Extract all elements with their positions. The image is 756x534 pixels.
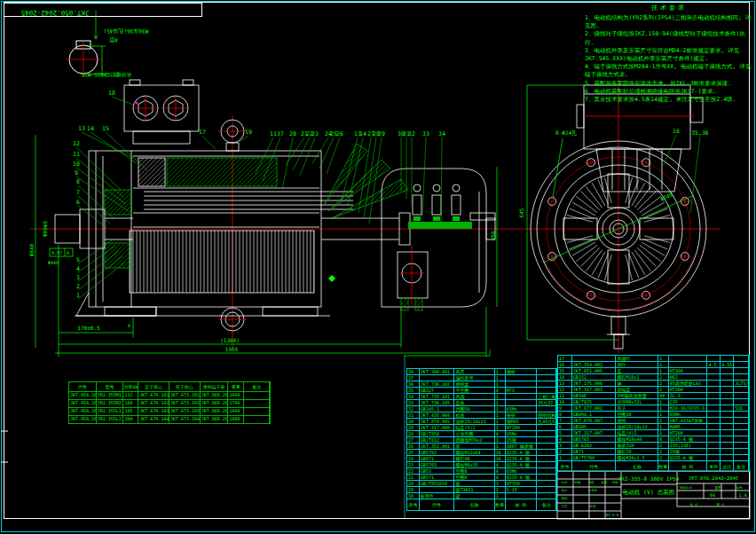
table-cell: 36	[407, 381, 420, 387]
callout-number: 26	[336, 130, 343, 137]
table-cell	[537, 369, 556, 374]
leader-line	[572, 202, 595, 216]
callout-number: 16	[673, 128, 680, 135]
table-cell: 27	[407, 437, 420, 443]
table-cell	[707, 405, 721, 411]
leader-line	[82, 132, 133, 158]
table-cell: M73	[506, 388, 538, 393]
table-cell: 7	[558, 418, 572, 423]
leader-line	[642, 242, 665, 255]
diamond-symbol	[328, 275, 335, 282]
leader-line	[643, 208, 668, 218]
table-row: 30JKT.970.005油杯25c14x131钢M45九45九5	[407, 419, 556, 425]
table-cell	[734, 412, 749, 417]
table-cell: 键73821	[454, 487, 494, 492]
dim-shaft-dia: Φ80m6	[42, 221, 48, 237]
table-cell: 4	[495, 462, 506, 467]
table-cell: GB5783	[420, 462, 455, 467]
table-row: 24GB871螺钉4816Q235-A 钢	[407, 456, 556, 462]
table-cell	[734, 374, 749, 380]
table-cell: 1880	[228, 416, 244, 423]
title-block-label: 共 张	[689, 503, 698, 507]
table-cell: 30	[407, 419, 420, 424]
table-cell: 5	[558, 430, 572, 436]
table-cell: 风罩	[454, 369, 494, 374]
callout-number: 6	[76, 199, 80, 206]
terminal-box	[124, 80, 199, 144]
table-cell: JKT.435.004	[420, 412, 455, 418]
table-cell	[734, 356, 749, 361]
table-cell	[537, 456, 556, 461]
table-cell: 标准件	[420, 493, 455, 499]
table-cell	[721, 374, 734, 380]
dim-645: 645	[518, 208, 524, 217]
table-cell: JKT.673.204	[169, 416, 201, 423]
title-scale: 1:4	[738, 492, 746, 498]
leader-line	[76, 168, 126, 204]
table-cell: 序号	[407, 499, 420, 510]
table-cell: 3	[495, 481, 506, 486]
table-cell: YR2-355L2-8	[97, 416, 124, 423]
callout-number: 29	[378, 130, 385, 137]
table-cell	[721, 368, 734, 373]
table-cell: 6	[558, 424, 572, 429]
table-cell	[537, 450, 556, 455]
table-cell: 油杯25c14x13	[616, 424, 658, 429]
callout-number: 15	[102, 125, 109, 132]
table-cell: 备注	[734, 461, 749, 471]
eyebolt-detail	[66, 11, 106, 77]
table-cell: 4	[495, 431, 506, 436]
note-item: 2、绕线转子绕组按IKZ.150-94(绕线型转子绕组技术条件)执行.	[585, 30, 753, 46]
table-cell: SN7.433&T弹簧	[669, 418, 708, 423]
table-row: 28GB/T858止动垫圈465Mn	[407, 431, 556, 437]
table-cell: JKT.050.2045	[69, 416, 97, 423]
note-item: 7、其余技术要求按4.5条14规定, 未注尺寸公差按2.4级.	[585, 96, 753, 104]
table-cell: 名称	[454, 499, 494, 510]
table-row: JKT.050.2044YR2-355L1-8185JKT.670.103JKT…	[69, 408, 270, 416]
leader-line	[570, 208, 595, 218]
table-cell: 1	[495, 400, 506, 405]
dim-tol: 0.07	[51, 250, 62, 255]
table-cell: 1	[658, 430, 669, 436]
table-cell	[734, 362, 749, 367]
table-cell: HT200	[669, 430, 708, 436]
table-cell	[420, 375, 455, 381]
table-cell	[707, 449, 721, 454]
dim-450: 450	[490, 231, 496, 240]
table-row: 23GB5783螺栓M8x354Q235-A 钢	[407, 462, 556, 468]
callout-number: 14	[359, 130, 366, 137]
table-cell	[537, 444, 556, 449]
table-cell: 代号	[420, 499, 455, 510]
table-cell	[707, 412, 721, 417]
table-cell: Q235-A 钢	[506, 462, 538, 467]
table-cell: 垫圈8	[454, 468, 494, 474]
table-cell	[669, 356, 708, 361]
table-cell: JKT.673.203	[169, 408, 201, 415]
table-cell: 总计	[721, 461, 734, 471]
callout-number: 37	[277, 130, 284, 137]
table-row: JKT.050.2042YR2-355M1-8132JKT.670.101JKT…	[69, 392, 270, 400]
table-cell: JKT.877.002	[572, 405, 617, 411]
table-cell	[707, 387, 721, 392]
table-cell: 235(238)	[669, 443, 708, 448]
table-cell	[707, 381, 721, 386]
table-cell	[721, 356, 734, 361]
table-cell	[537, 437, 556, 443]
bom-table-left: 38JKT.300.801风罩1钢板37编织套管136JKT.736.102接线…	[406, 368, 557, 511]
table-cell: 轴	[616, 381, 658, 386]
detail-caption-text: 吊环螺钉GB825-M36	[81, 72, 131, 78]
table-cell	[537, 388, 556, 393]
table-cell: M20-16/0335-3.15	[669, 405, 708, 411]
callout-number: 17	[199, 129, 206, 136]
table-row: 36JKT.736.102接线盒1	[407, 381, 556, 388]
table-row: 9JKT.877.002转子1M20-16/0335-3.15516	[558, 405, 749, 412]
table-cell: 代号	[572, 461, 617, 471]
title-block-label: 签字	[602, 481, 609, 484]
table-cell: 25	[407, 450, 420, 455]
table-cell: 35	[407, 388, 420, 393]
table-cell	[707, 374, 721, 380]
title-model: YR2-355-8 380V IP54	[618, 475, 680, 482]
table-cell: 23	[407, 462, 420, 467]
table-cell: 2	[558, 449, 572, 454]
table-cell	[721, 449, 734, 454]
